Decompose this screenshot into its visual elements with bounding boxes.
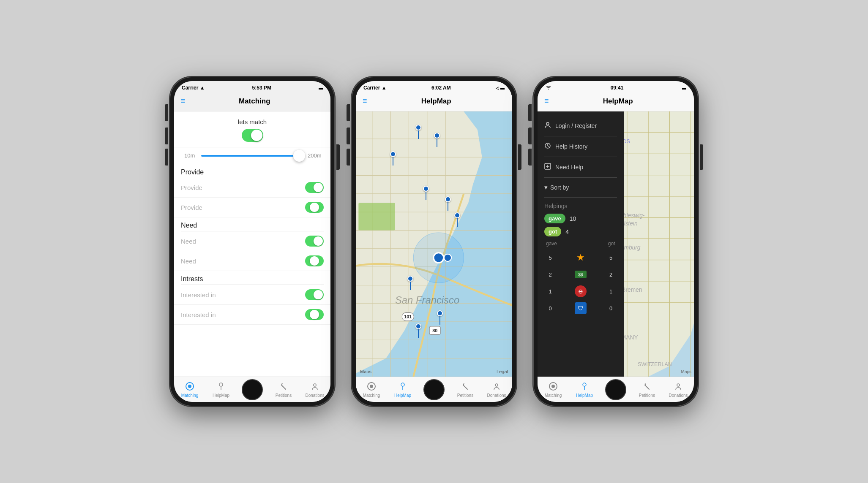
range-thumb[interactable]: [293, 150, 305, 162]
svg-line-4: [281, 385, 286, 389]
tab2-donations[interactable]: Donations: [481, 377, 512, 402]
tab3-petitions[interactable]: Petitions: [631, 377, 663, 402]
svg-point-72: [583, 383, 586, 386]
matching-scroll[interactable]: lets match 10m 200m Provide Provid: [174, 111, 330, 377]
tab3-donations[interactable]: Donations: [663, 377, 694, 402]
range-min-label: 10m: [184, 152, 197, 159]
need-toggle-1[interactable]: [305, 236, 324, 247]
need-label-1: Need: [181, 238, 196, 245]
petitions2-tab-icon: [461, 382, 470, 392]
block-icon: ⊖: [575, 285, 587, 297]
tab2-helpmap[interactable]: HelpMap: [387, 377, 418, 402]
map-container[interactable]: 101 80 San Francisco: [356, 111, 512, 377]
home-button-1[interactable]: [242, 379, 263, 400]
svg-point-76: [677, 384, 680, 386]
tab-matching[interactable]: Matching: [174, 377, 205, 402]
helpmap2-tab-icon: [398, 382, 407, 392]
money-icon: $$: [574, 268, 587, 281]
interest-row-1: Interested in: [174, 285, 330, 305]
range-slider[interactable]: [201, 155, 303, 157]
tab3-helpmap[interactable]: HelpMap: [569, 377, 600, 402]
svg-line-40: [463, 385, 467, 389]
range-max-label: 200m: [308, 152, 320, 159]
interest-toggle-2[interactable]: [305, 309, 324, 320]
battery2-label: ◁ ▬: [496, 86, 505, 90]
tab3-matching-label: Matching: [545, 393, 562, 398]
sidebar-help-history[interactable]: Help History: [538, 136, 624, 157]
table-row-money: 2 $$ 2: [544, 266, 617, 283]
phones-container: Carrier ▲ 5:53 PM ▬ ≡ Matching lets matc…: [170, 77, 698, 406]
hamburger3-icon[interactable]: ≡: [544, 97, 549, 106]
hamburger2-icon[interactable]: ≡: [363, 97, 367, 106]
interest-label-2: Interested in: [181, 311, 216, 318]
svg-text:80: 80: [432, 328, 437, 333]
table-header: gave got: [544, 241, 617, 249]
got-header: got: [608, 241, 615, 247]
phone3-status-bar: 09:41 ▬: [538, 81, 694, 93]
phone1: Carrier ▲ 5:53 PM ▬ ≡ Matching lets matc…: [170, 77, 335, 406]
money-gave: 2: [546, 271, 554, 278]
svg-point-35: [444, 254, 451, 261]
sidebar-sort-by[interactable]: ▾ Sort by: [538, 178, 624, 197]
donations2-tab-icon: [492, 382, 501, 392]
need-row-2: Need: [174, 251, 330, 271]
tab2-matching[interactable]: Matching: [356, 377, 387, 402]
map-pin-9: [415, 323, 421, 338]
need-row-1: Need: [174, 231, 330, 251]
shield-icon-container: 🛡: [574, 301, 587, 315]
svg-text:Bremen: Bremen: [624, 286, 642, 293]
helpmap3-tab-icon: [580, 382, 589, 392]
tab2-petitions[interactable]: Petitions: [450, 377, 481, 402]
svg-point-38: [401, 383, 404, 386]
interest-toggle-1[interactable]: [305, 289, 324, 300]
map-pin-2: [434, 133, 440, 147]
phone2-screen: Carrier ▲ 6:02 AM ◁ ▬ ≡ HelpMap: [356, 81, 512, 402]
plus-icon: [544, 163, 551, 171]
lets-match-toggle[interactable]: [242, 129, 263, 142]
map-pin-7: [407, 276, 413, 290]
svg-point-1: [188, 385, 191, 388]
map-pin-3: [390, 151, 396, 166]
home-button-3[interactable]: [605, 379, 626, 400]
home-button-2[interactable]: [423, 379, 445, 400]
phone2-content: 101 80 San Francisco: [356, 111, 512, 402]
screen3-layout: Login / Register Help History: [538, 111, 694, 377]
provide-toggle-2[interactable]: [305, 202, 324, 213]
tab-helpmap[interactable]: HelpMap: [205, 377, 237, 402]
phone1-nav-bar: ≡ Matching: [174, 93, 330, 111]
map-pin-6: [454, 212, 460, 227]
range-section: 10m 200m: [174, 147, 330, 164]
svg-text:Schleswig-: Schleswig-: [624, 212, 645, 219]
hamburger-icon[interactable]: ≡: [181, 97, 186, 106]
sidebar-need-help[interactable]: Need Help: [538, 157, 624, 177]
got-row: got 4: [544, 227, 617, 236]
need-help-label: Need Help: [555, 164, 583, 171]
tab3-matching[interactable]: Matching: [538, 377, 569, 402]
tab2-donations-label: Donations: [487, 393, 506, 398]
phone2: Carrier ▲ 6:02 AM ◁ ▬ ≡ HelpMap: [352, 77, 516, 406]
need-label-2: Need: [181, 258, 196, 265]
sidebar-login[interactable]: Login / Register: [538, 116, 624, 136]
sidebar-panel: Login / Register Help History: [538, 111, 624, 377]
helpmap-tab-icon: [216, 382, 226, 392]
need-toggle-2[interactable]: [305, 255, 324, 266]
svg-point-43: [546, 122, 549, 125]
tab2-petitions-label: Petitions: [457, 393, 473, 398]
map-pin-4: [423, 186, 429, 200]
tab2-helpmap-label: HelpMap: [394, 393, 411, 398]
donations3-tab-icon: [674, 382, 683, 392]
need-header: Need: [174, 217, 330, 231]
tab-petitions[interactable]: Petitions: [268, 377, 299, 402]
got-badge: got: [544, 227, 561, 236]
tab-donations[interactable]: Donations: [299, 377, 330, 402]
svg-text:101: 101: [404, 314, 412, 319]
table-row-block: 1 ⊖ 1: [544, 283, 617, 300]
partial-map: Schleswig- Holstein Hamburg Bremen GERMA…: [624, 111, 694, 377]
matching3-tab-icon: [549, 382, 558, 392]
nav-title: Matching: [186, 97, 324, 106]
provide-toggle-1[interactable]: [305, 182, 324, 193]
matching2-tab-icon: [367, 382, 376, 392]
interest-row-2: Interested in: [174, 305, 330, 325]
map-pin-8: [437, 310, 443, 325]
money-badge: $$: [575, 271, 587, 278]
